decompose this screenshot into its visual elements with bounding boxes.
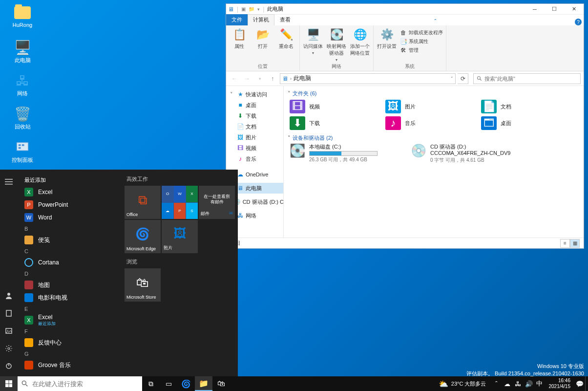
taskbar-store[interactable]: 🛍 — [212, 376, 230, 391]
ribbon-add-location[interactable]: 🌐添加一个网络位置 — [350, 27, 370, 57]
start-settings-button[interactable] — [0, 341, 18, 356]
tab-file[interactable]: 文件 — [226, 14, 248, 25]
folder-item[interactable]: 🎞视频 — [288, 98, 379, 115]
nav-desktop[interactable]: ■桌面 — [226, 100, 283, 110]
ribbon-properties[interactable]: 📋属性 — [229, 27, 250, 50]
qat-properties-icon[interactable]: ▣ — [241, 6, 246, 12]
tile-office-suite[interactable]: O W X ☁ P S — [162, 186, 198, 219]
folder-item[interactable]: ♪音乐 — [383, 115, 475, 131]
nav-up[interactable]: ↑ — [267, 73, 278, 84]
tray-onedrive-icon[interactable]: ☁ — [502, 380, 513, 388]
taskbar-edge[interactable]: 🌀 — [177, 376, 195, 391]
ribbon-open-settings[interactable]: ⚙️打开设置 — [377, 27, 397, 50]
start-user-button[interactable] — [0, 288, 18, 303]
nav-music[interactable]: ♪音乐 — [226, 153, 283, 164]
start-app-item[interactable]: 电影和电视 — [21, 291, 120, 304]
desktop-icon-recycle-bin[interactable]: 🗑️回收站 — [5, 106, 40, 135]
close-button[interactable]: ✕ — [564, 4, 584, 15]
nav-recent[interactable]: ▾ — [254, 73, 265, 84]
address-bar[interactable]: 🖥 › 此电脑 ˅ — [280, 73, 456, 84]
section-drives[interactable]: ˅设备和驱动器 (2) — [288, 133, 580, 143]
ribbon-uninstall[interactable]: 🗑卸载或更改程序 — [400, 28, 443, 37]
nav-quick-access[interactable]: ˅★快速访问 — [226, 89, 283, 100]
qat-dropdown-icon[interactable]: ▾ — [257, 7, 260, 12]
letter-B[interactable]: B — [21, 224, 120, 234]
ribbon-collapse-icon[interactable]: ˆ — [432, 19, 440, 25]
weather-widget[interactable]: ⛅ 23°C 大部多云 — [434, 379, 491, 389]
start-app-item[interactable]: Groove 音乐 — [21, 359, 120, 371]
maximize-button[interactable]: ☐ — [545, 4, 564, 15]
letter-D[interactable]: D — [21, 269, 120, 279]
letter-E[interactable]: E — [21, 304, 120, 314]
letter-F[interactable]: F — [21, 326, 120, 336]
start-app-item[interactable]: PPowerPoint — [21, 198, 120, 211]
start-pictures-button[interactable] — [0, 324, 18, 338]
tray-network-icon[interactable]: 🖧 — [513, 380, 524, 388]
ribbon-map-drive[interactable]: 💽映射网络驱动器▾ — [326, 27, 347, 62]
nav-back[interactable]: ← — [229, 73, 240, 84]
refresh-button[interactable]: ⟳ — [458, 73, 468, 84]
nav-forward[interactable]: → — [242, 73, 252, 84]
start-app-item[interactable]: WWord — [21, 211, 120, 224]
folder-item[interactable]: 🖼图片 — [383, 98, 475, 115]
start-app-item[interactable]: XExcel — [21, 186, 120, 198]
ribbon-access-media[interactable]: 🖥️访问媒体▾ — [303, 27, 323, 55]
folder-item[interactable]: ⬇下载 — [288, 115, 379, 131]
tab-computer[interactable]: 计算机 — [248, 14, 274, 25]
start-app-item[interactable]: 便笺 — [21, 234, 120, 246]
help-icon[interactable]: ? — [575, 19, 582, 25]
desktop-icon-control-panel[interactable]: 控制面板 — [5, 139, 40, 169]
start-app-item[interactable]: XExcel最近添加 — [21, 314, 120, 326]
nav-videos[interactable]: 🎞视频 — [226, 143, 283, 153]
start-app-item[interactable]: 地图 — [21, 279, 120, 291]
start-app-item[interactable]: Cortana — [21, 256, 120, 269]
tab-view[interactable]: 查看 — [274, 14, 296, 25]
start-power-button[interactable] — [0, 359, 18, 373]
section-folders[interactable]: ˅文件夹 (6) — [288, 89, 580, 98]
nav-pictures[interactable]: 🖼图片 — [226, 132, 283, 143]
tile-mail[interactable]: 在一处查看所有邮件邮件✉ — [199, 186, 235, 219]
breadcrumb[interactable]: 此电脑 — [294, 74, 311, 83]
desktop-icon-folder[interactable]: HuRong — [5, 6, 40, 36]
tile-photos[interactable]: 🖼照片 — [162, 220, 198, 253]
nav-downloads[interactable]: ⬇下载 — [226, 110, 283, 121]
drive-item[interactable]: 💽本地磁盘 (C:)26.3 GB 可用，共 49.4 GB — [288, 143, 405, 163]
ribbon-sys-props[interactable]: 📑系统属性 — [400, 37, 443, 46]
qat-folder-icon[interactable]: 📁 — [249, 6, 254, 12]
letter-C[interactable]: C — [21, 246, 120, 256]
letter-G[interactable]: G — [21, 349, 120, 359]
tray-expand[interactable]: ˆ — [491, 380, 502, 388]
start-documents-button[interactable] — [0, 306, 18, 321]
notifications-button[interactable]: 💬 — [574, 380, 585, 388]
desktop-icon-network[interactable]: 🖧网络 — [5, 73, 40, 102]
tile-edge[interactable]: 🌀Microsoft Edge — [125, 220, 161, 253]
tile-store[interactable]: 🛍Microsoft Store — [125, 268, 161, 302]
address-dropdown-icon[interactable]: ˅ — [451, 76, 453, 81]
ribbon-rename[interactable]: ✏️重命名 — [276, 27, 296, 50]
desktop-icon-this-pc[interactable]: 🖥️此电脑 — [5, 40, 40, 69]
taskbar-clock[interactable]: 16:462021/4/15 — [545, 378, 575, 390]
minimize-button[interactable]: ─ — [525, 4, 545, 15]
tile-office[interactable]: ⧉Office — [125, 186, 161, 219]
start-expand-button[interactable] — [0, 174, 18, 189]
taskbar-search[interactable] — [18, 376, 142, 391]
start-app-item[interactable]: 反馈中心 — [21, 336, 120, 349]
taskbar-explorer[interactable]: 📁 — [195, 376, 212, 391]
start-button[interactable] — [0, 376, 18, 391]
explorer-search[interactable] — [473, 73, 581, 84]
ime-indicator[interactable]: 中 — [534, 379, 545, 388]
drive-item[interactable]: 💿CD 驱动器 (D:)CCCOMA_X64FRE_ZH-CN_DV90 字节 … — [409, 143, 526, 163]
show-desktop-button[interactable] — [585, 376, 588, 391]
task-view-button[interactable]: ⧉ — [142, 376, 160, 391]
explorer-search-input[interactable] — [484, 76, 577, 82]
folder-item[interactable]: 🗔桌面 — [479, 115, 571, 131]
tray-volume-icon[interactable]: 🔊 — [524, 380, 534, 388]
nav-documents[interactable]: 📄文档 — [226, 121, 283, 132]
view-details[interactable]: ≡ — [560, 239, 570, 248]
ribbon-manage[interactable]: 🛠管理 — [400, 46, 443, 55]
widgets-button[interactable]: ▭ — [160, 376, 177, 391]
folder-item[interactable]: 📄文档 — [479, 98, 571, 115]
ribbon-open[interactable]: 📂打开 — [252, 27, 273, 50]
view-tiles[interactable]: ▦ — [570, 239, 580, 248]
taskbar-search-input[interactable] — [32, 380, 138, 388]
